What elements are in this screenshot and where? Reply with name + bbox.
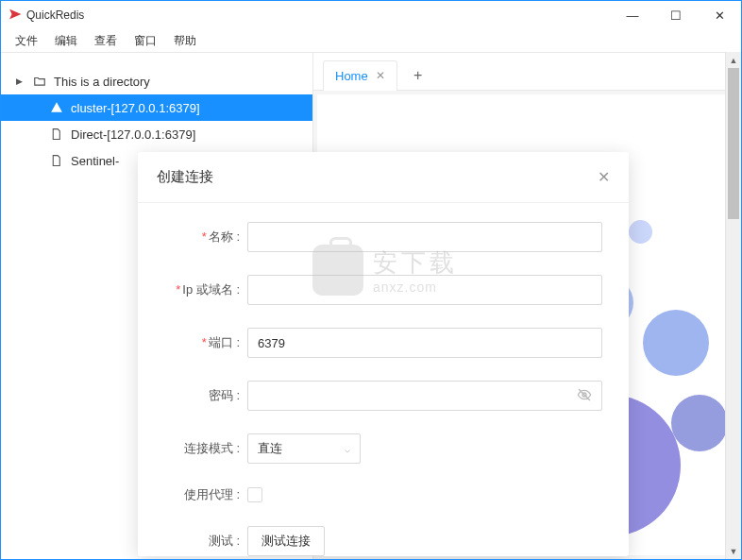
decorative-circle bbox=[671, 395, 728, 451]
file-icon bbox=[50, 154, 63, 167]
file-icon bbox=[50, 127, 63, 141]
modal-title: 创建连接 bbox=[157, 168, 213, 186]
menu-file[interactable]: 文件 bbox=[7, 30, 46, 52]
tree-label: cluster-[127.0.0.1:6379] bbox=[71, 101, 200, 115]
close-button[interactable]: ✕ bbox=[698, 1, 741, 29]
modal-header: 创建连接 ✕ bbox=[138, 152, 629, 203]
tree-item-direct[interactable]: Direct-[127.0.0.1:6379] bbox=[1, 121, 312, 147]
menu-edit[interactable]: 编辑 bbox=[46, 30, 86, 52]
tab-bar: Home ✕ + bbox=[313, 53, 741, 91]
proxy-checkbox[interactable] bbox=[247, 487, 262, 502]
menubar: 文件 编辑 查看 窗口 帮助 bbox=[1, 29, 741, 52]
name-label: *名称 : bbox=[164, 229, 247, 246]
mode-select[interactable]: 直连 ⌵ bbox=[247, 433, 361, 464]
tree-label: This is a directory bbox=[54, 75, 150, 89]
port-label: *端口 : bbox=[164, 334, 247, 351]
minimize-button[interactable]: — bbox=[611, 1, 654, 29]
host-input[interactable] bbox=[247, 275, 602, 305]
chevron-down-icon: ⌵ bbox=[345, 444, 350, 454]
vertical-scrollbar[interactable]: ▲ ▼ bbox=[725, 52, 741, 559]
modal-close-button[interactable]: ✕ bbox=[598, 168, 610, 186]
menu-view[interactable]: 查看 bbox=[86, 30, 126, 52]
host-label: *Ip 或域名 : bbox=[164, 281, 247, 298]
decorative-circle bbox=[629, 220, 652, 244]
password-label: 密码 : bbox=[164, 387, 247, 404]
test-connection-button[interactable]: 测试连接 bbox=[247, 526, 325, 556]
scroll-up-icon[interactable]: ▲ bbox=[726, 52, 741, 68]
app-title: QuickRedis bbox=[26, 8, 84, 22]
menu-help[interactable]: 帮助 bbox=[165, 30, 205, 52]
proxy-label: 使用代理 : bbox=[164, 486, 247, 503]
tree-item-directory[interactable]: ▶ This is a directory bbox=[1, 68, 312, 94]
caret-right-icon: ▶ bbox=[16, 76, 25, 86]
test-label: 测试 : bbox=[164, 533, 247, 550]
port-input[interactable]: 6379 bbox=[247, 328, 602, 358]
tree-item-cluster[interactable]: cluster-[127.0.0.1:6379] bbox=[1, 94, 312, 121]
cluster-icon bbox=[50, 101, 63, 114]
menu-window[interactable]: 窗口 bbox=[126, 30, 165, 52]
mode-label: 连接模式 : bbox=[164, 440, 247, 457]
tab-label: Home bbox=[335, 69, 368, 83]
folder-icon bbox=[33, 75, 46, 88]
tab-home[interactable]: Home ✕ bbox=[323, 60, 397, 91]
password-input[interactable] bbox=[247, 381, 602, 411]
scrollbar-thumb[interactable] bbox=[728, 68, 739, 219]
decorative-circle bbox=[643, 310, 709, 376]
tree-label: Direct-[127.0.0.1:6379] bbox=[71, 127, 195, 142]
tree-label: Sentinel- bbox=[71, 154, 119, 168]
name-input[interactable] bbox=[247, 222, 602, 252]
scroll-down-icon[interactable]: ▼ bbox=[726, 543, 741, 559]
add-tab-button[interactable]: + bbox=[401, 60, 435, 91]
maximize-button[interactable]: ☐ bbox=[654, 1, 698, 29]
titlebar: QuickRedis — ☐ ✕ bbox=[1, 1, 741, 29]
app-logo-icon bbox=[8, 8, 22, 24]
close-icon[interactable]: ✕ bbox=[376, 69, 385, 82]
create-connection-modal: 创建连接 ✕ *名称 : *Ip 或域名 : *端口 : 6379 密码 : 连… bbox=[138, 152, 629, 556]
eye-off-icon[interactable] bbox=[577, 387, 592, 405]
